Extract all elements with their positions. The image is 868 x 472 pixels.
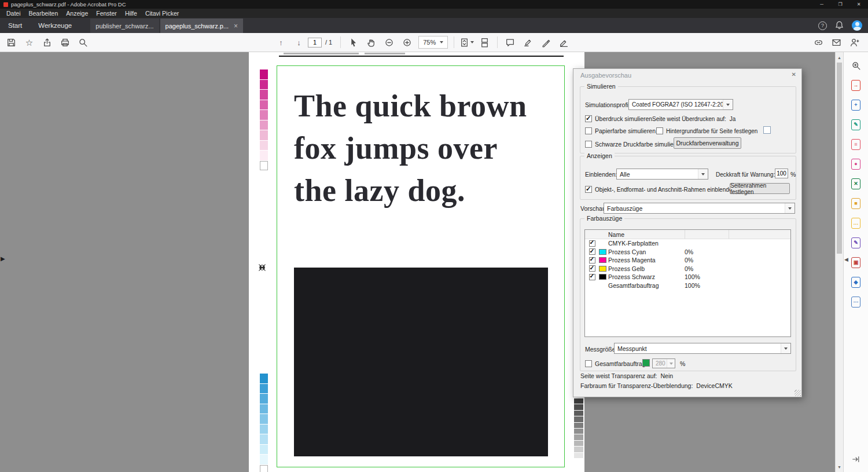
save-button[interactable] [2, 35, 20, 50]
left-panel-expand-button[interactable]: ▶ [1, 256, 5, 262]
select-tool-button[interactable] [344, 35, 362, 50]
help-button[interactable]: ? [818, 21, 827, 30]
close-button[interactable]: ✕ [849, 2, 868, 7]
chevron-down-icon [470, 41, 474, 43]
sign-tool-button[interactable] [537, 35, 555, 50]
separation-row[interactable]: Gesamtfarbauftrag 100% [585, 281, 790, 290]
measure-dropdown[interactable]: Messpunkt [614, 343, 791, 354]
separation-checkbox[interactable] [589, 274, 595, 280]
page-frames-button[interactable]: Seitenrahmen festlegen [730, 183, 790, 194]
pdf-page[interactable]: The quick brown fox jumps over the lazy … [249, 52, 584, 472]
comment-tool-button[interactable] [501, 35, 519, 50]
tool-comment-button[interactable]: … [844, 214, 868, 232]
menubar: Datei Bearbeiten Anzeige Fenster Hilfe C… [0, 9, 868, 18]
tool-protect-button[interactable]: ◆ [844, 273, 868, 291]
tool-create-pdf-button[interactable]: + [844, 96, 868, 114]
show-dropdown[interactable]: Alle [616, 169, 708, 180]
dialog-close-button[interactable]: ✕ [792, 71, 796, 78]
tool-sign-certificates-button[interactable]: ✎ [844, 234, 868, 251]
tab-start[interactable]: Start [0, 18, 30, 33]
scroll-up-button[interactable]: ▲ [836, 53, 843, 61]
menu-item-anzeige[interactable]: Anzeige [62, 10, 92, 17]
share-people-button[interactable] [845, 35, 863, 50]
maximize-button[interactable]: ❐ [831, 2, 849, 7]
dialog-resize-grip[interactable] [795, 390, 801, 396]
separation-checkbox[interactable] [589, 265, 595, 272]
fit-page-button[interactable] [458, 35, 476, 50]
share-button[interactable] [38, 35, 56, 50]
toolbar-divider [497, 36, 498, 48]
tab-werkzeuge[interactable]: Werkzeuge [30, 18, 80, 33]
preview-dropdown[interactable]: Farbauszüge [604, 203, 795, 214]
menu-item-datei[interactable]: Datei [2, 10, 25, 17]
scroll-down-button[interactable]: ▼ [836, 463, 843, 471]
total-ink-swatch[interactable] [642, 359, 650, 367]
print-button[interactable] [56, 35, 74, 50]
separations-group-label: Farbauszüge [584, 215, 624, 222]
notifications-button[interactable] [834, 20, 844, 31]
separation-checkbox[interactable] [589, 257, 595, 264]
tab-doc-publisher[interactable]: publisher_schwarz... [90, 19, 159, 33]
tool-export-pdf-button[interactable]: → [844, 76, 868, 94]
separation-row[interactable]: CMYK-Farbplatten [585, 239, 790, 248]
display-group-label: Anzeigen [584, 152, 615, 159]
menu-item-citavi-picker[interactable]: Citavi Picker [141, 10, 183, 17]
total-ink-unit: % [680, 360, 685, 368]
separation-checkbox[interactable] [589, 248, 595, 255]
tool-combine-files-button[interactable]: ■ [844, 195, 868, 212]
tool-print-production-button[interactable]: ▣ [844, 254, 868, 271]
tool-fill-sign-button[interactable]: ● [844, 155, 868, 173]
menu-item-bearbeiten[interactable]: Bearbeiten [25, 10, 62, 17]
email-button[interactable] [827, 35, 845, 50]
separation-row[interactable]: Prozess Schwarz 100% [585, 273, 790, 281]
menu-item-hilfe[interactable]: Hilfe [121, 10, 141, 17]
paper-color-checkbox[interactable] [585, 127, 592, 134]
prev-page-button[interactable]: ↑ [272, 35, 290, 50]
black-ink-checkbox[interactable] [585, 141, 592, 148]
separation-value: 100% [685, 273, 790, 280]
tool-more-tools-button[interactable]: ⋯ [844, 293, 868, 310]
zoom-in-button[interactable] [398, 35, 416, 50]
overprint-checkbox[interactable] [585, 115, 592, 122]
cursor-icon [348, 38, 358, 47]
tab-close-icon[interactable]: × [234, 23, 238, 30]
scroll-view-button[interactable] [476, 35, 494, 50]
background-color-swatch[interactable] [763, 126, 771, 134]
frames-checkbox[interactable] [585, 186, 592, 193]
separation-row[interactable]: Prozess Magenta 0% [585, 256, 790, 265]
scroll-thumb[interactable] [837, 63, 842, 254]
highlight-tool-button[interactable] [519, 35, 537, 50]
simulation-profile-dropdown[interactable]: Coated FOGRA27 (ISO 12647-2:2004) [628, 99, 733, 110]
next-page-button[interactable]: ↓ [290, 35, 308, 50]
zoom-level-dropdown[interactable]: 75% [418, 36, 448, 49]
account-avatar[interactable] [852, 20, 862, 31]
tool-export-excel-button[interactable]: ✕ [844, 175, 868, 192]
ink-manager-button[interactable]: Druckfarbenverwaltung [674, 137, 741, 149]
favorites-button[interactable]: ☆ [20, 35, 38, 50]
separation-row[interactable]: Prozess Gelb 0% [585, 265, 790, 273]
tool-redact-button[interactable]: ≡ [844, 136, 868, 153]
tool-edit-pdf-button[interactable]: ✎ [844, 116, 868, 133]
hand-tool-button[interactable] [362, 35, 380, 50]
menu-item-fenster[interactable]: Fenster [92, 10, 121, 17]
page-number-input[interactable] [308, 38, 322, 47]
color-segment [260, 110, 268, 120]
warning-opacity-input[interactable] [775, 169, 788, 178]
find-button[interactable] [74, 35, 92, 50]
link-tool-button[interactable] [810, 35, 827, 50]
minimize-button[interactable]: ─ [812, 2, 831, 7]
vertical-scrollbar[interactable]: ▲ ▼ [835, 52, 843, 472]
tab-doc-pageplus-label: pageplus_schwarz.p... [165, 23, 229, 30]
total-ink-checkbox[interactable] [585, 360, 592, 367]
measure-label: Messgröße: [585, 346, 617, 353]
tool-zoom-button[interactable] [844, 57, 868, 74]
color-segment [260, 404, 268, 414]
next-view-button[interactable] [844, 451, 868, 468]
draw-tool-button[interactable] [555, 35, 573, 50]
background-color-checkbox[interactable] [656, 127, 663, 134]
separation-checkbox[interactable] [589, 240, 595, 247]
tab-doc-pageplus[interactable]: pageplus_schwarz.p... × [160, 19, 243, 33]
separation-row[interactable]: Prozess Cyan 0% [585, 248, 790, 257]
zoom-out-button[interactable] [380, 35, 398, 50]
total-ink-input[interactable]: 280 [652, 358, 675, 368]
